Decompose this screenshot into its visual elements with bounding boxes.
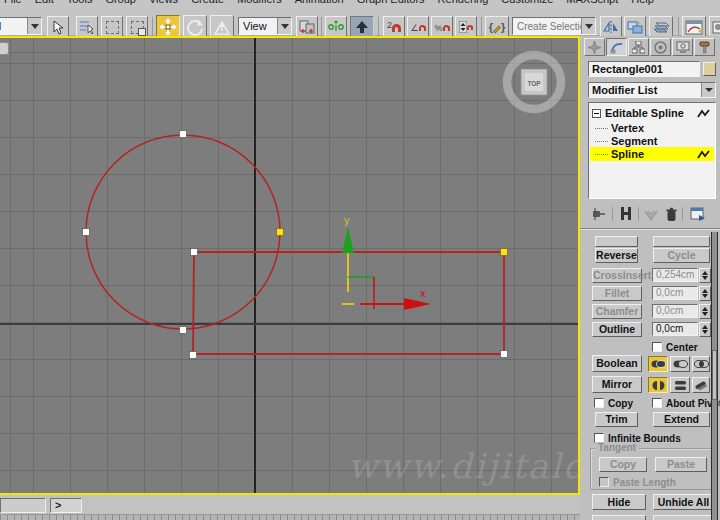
circle-spline[interactable] [86, 135, 280, 329]
snaps-toggle-button[interactable]: 2 [383, 16, 405, 38]
menu-file[interactable]: File [4, 0, 22, 6]
scrollbar-thumb[interactable] [712, 350, 717, 400]
extend-button[interactable]: Extend [653, 412, 710, 427]
tangent-paste-button[interactable]: Paste [655, 457, 707, 472]
object-name-field[interactable]: Rectangle001 [588, 61, 700, 77]
track-bar[interactable] [0, 514, 580, 520]
outline-spinner[interactable] [699, 322, 711, 337]
outline-value-field[interactable]: 0,0cm [652, 322, 698, 336]
window-crossing-button[interactable] [126, 16, 148, 38]
tab-modify[interactable] [606, 38, 627, 56]
selection-filter-dropdown[interactable]: All [0, 17, 42, 35]
mirror-both-button[interactable] [692, 377, 710, 393]
menu-customize[interactable]: Customize [501, 0, 553, 6]
cross-insert-button[interactable]: CrossInsert [592, 268, 642, 283]
menu-create[interactable]: Create [191, 0, 224, 6]
tab-display[interactable] [672, 38, 693, 56]
curve-editor-button[interactable] [682, 16, 706, 38]
about-pivot-checkbox[interactable] [652, 398, 662, 408]
boolean-union-button[interactable] [648, 356, 668, 372]
boolean-button[interactable]: Boolean [592, 355, 642, 372]
remove-modifier-icon[interactable] [666, 207, 677, 222]
layer-manager-button[interactable] [649, 16, 673, 38]
cross-insert-spinner[interactable] [699, 268, 711, 283]
select-object-button[interactable] [47, 16, 69, 38]
tab-motion[interactable] [650, 38, 671, 56]
outline-button[interactable]: Outline [592, 322, 642, 337]
menu-animation[interactable]: Animation [295, 0, 344, 6]
tangent-copy-button[interactable]: Copy [599, 457, 647, 472]
mirror-rollout-button[interactable]: Mirror [592, 376, 642, 393]
move-gizmo[interactable]: y x [342, 214, 431, 310]
hide-button[interactable]: Hide [592, 494, 646, 510]
stack-subobject-segment[interactable]: Segment [590, 134, 714, 148]
keyboard-shortcut-override-button[interactable] [350, 16, 374, 38]
fillet-spinner[interactable] [699, 286, 711, 301]
menu-modifiers[interactable]: Modifiers [237, 0, 282, 6]
first-vertex-circle[interactable] [277, 229, 284, 236]
menu-help[interactable]: Help [631, 0, 654, 6]
configure-modifier-sets-icon[interactable] [690, 207, 706, 222]
select-by-name-button[interactable] [76, 16, 98, 38]
fillet-button[interactable]: Fillet [592, 286, 642, 301]
menu-tools[interactable]: Tools [67, 0, 93, 6]
chamfer-value-field[interactable]: 0,0cm [652, 304, 698, 318]
pin-stack-icon[interactable] [592, 206, 606, 222]
menu-rendering[interactable]: Rendering [438, 0, 489, 6]
tab-utilities[interactable] [694, 38, 715, 56]
menu-group[interactable]: Group [105, 0, 136, 6]
mirror-horizontal-button[interactable] [648, 377, 668, 393]
menu-maxscript[interactable]: MAXScript [566, 0, 618, 6]
angle-snap-toggle-button[interactable]: ∠ [407, 16, 429, 38]
first-vertex-rectangle[interactable] [501, 249, 508, 256]
collapse-box-icon[interactable] [592, 109, 601, 118]
clipped-button[interactable] [595, 236, 638, 247]
object-color-swatch[interactable] [703, 62, 716, 76]
boolean-subtraction-button[interactable] [670, 356, 690, 372]
paste-length-checkbox[interactable] [599, 477, 609, 487]
menu-graph-editors[interactable]: Graph Editors [357, 0, 425, 6]
named-selection-set-dropdown[interactable]: Create Selection Se [512, 17, 596, 35]
stack-item-editable-spline[interactable]: Editable Spline [590, 106, 714, 120]
cross-insert-value-field[interactable]: 0,254cm [652, 268, 698, 282]
fillet-value-field[interactable]: 0,0cm [652, 286, 698, 300]
rectangular-selection-region-button[interactable] [101, 16, 123, 38]
maxscript-mini-listener[interactable] [0, 498, 46, 513]
spinner-snap-toggle-button[interactable] [455, 16, 477, 38]
percent-snap-toggle-button[interactable]: % [431, 16, 453, 38]
stack-subobject-spline-selected[interactable]: Spline [590, 147, 714, 161]
named-selection-sets-button[interactable]: {} [485, 16, 509, 38]
chamfer-button[interactable]: Chamfer [592, 304, 642, 319]
tab-hierarchy[interactable] [628, 38, 649, 56]
menu-edit[interactable]: Edit [35, 0, 54, 6]
modifier-list-dropdown[interactable]: Modifier List [588, 82, 716, 98]
use-pivot-point-center-button[interactable] [296, 16, 318, 38]
unhide-all-button[interactable]: Unhide All [653, 494, 714, 510]
align-button[interactable] [624, 16, 646, 38]
cycle-button[interactable]: Cycle [653, 248, 710, 263]
chamfer-spinner[interactable] [699, 304, 711, 319]
material-editor-button[interactable] [709, 16, 720, 38]
select-and-manipulate-button[interactable] [325, 16, 347, 38]
center-checkbox[interactable] [652, 342, 662, 352]
viewcube[interactable]: N E S W TOP [503, 51, 566, 116]
mirror-button[interactable] [600, 16, 622, 38]
clipped-button[interactable] [653, 515, 714, 520]
tab-create[interactable] [584, 38, 605, 56]
chevron-down-icon[interactable] [701, 83, 715, 97]
panel-scrollbar[interactable] [711, 232, 718, 520]
chevron-down-icon[interactable] [27, 18, 41, 34]
mirror-vertical-button[interactable] [670, 377, 690, 393]
menu-views[interactable]: Views [149, 0, 178, 6]
viewport-top[interactable]: www.dijitalde y x [0, 36, 580, 495]
maxscript-prompt[interactable]: > [50, 498, 82, 513]
trim-button[interactable]: Trim [595, 412, 638, 427]
chevron-down-icon[interactable] [277, 18, 291, 34]
boolean-intersection-button[interactable] [692, 356, 710, 372]
reference-coordinate-system-dropdown[interactable]: View [238, 17, 292, 35]
show-end-result-icon[interactable] [620, 206, 632, 222]
stack-subobject-vertex[interactable]: Vertex [590, 121, 714, 135]
clipped-button[interactable] [653, 236, 710, 247]
reverse-button[interactable]: Reverse [595, 248, 638, 263]
copy-checkbox[interactable] [594, 398, 604, 408]
